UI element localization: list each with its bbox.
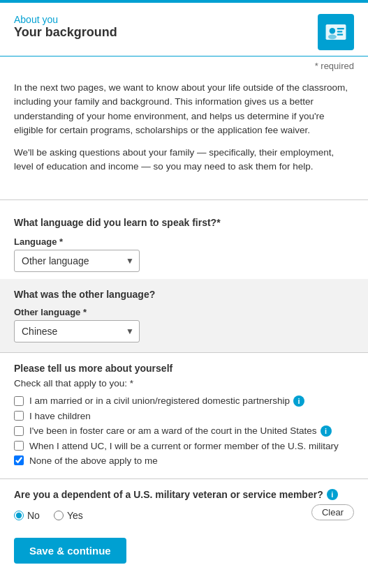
about-you-label: About you [14,14,117,25]
checkbox-children[interactable]: I have children [14,411,354,421]
clear-button[interactable]: Clear [311,504,354,520]
military-section: Are you a dependent of a U.S. military v… [0,478,368,528]
page-title: Your background [14,25,117,40]
about-yourself-subtitle: Check all that apply to you: * [14,378,354,389]
language-select-wrapper[interactable]: Other language English Spanish Chinese T… [14,250,140,272]
married-info-icon[interactable]: i [293,395,304,407]
checkbox-foster-label: I've been in foster care or am a ward of… [29,425,317,436]
other-language-select[interactable]: Chinese Spanish Arabic French German Jap… [14,320,140,342]
svg-point-5 [328,34,337,39]
other-language-question: What was the other language? [14,289,354,300]
header-text: About you Your background [14,14,117,40]
military-radio-group: No Yes [14,510,83,521]
about-yourself-section: Please tell us more about yourself Check… [0,352,368,478]
divider-1 [0,199,368,200]
language-field-label: Language * [14,236,354,247]
military-info-icon[interactable]: i [327,489,338,500]
foster-info-icon[interactable]: i [321,425,332,437]
checkbox-military-member-input[interactable] [14,441,24,451]
checkbox-military-member[interactable]: When I attend UC, I will be a current or… [14,441,354,451]
header-icon [318,14,354,50]
header: About you Your background [0,3,368,56]
checkbox-children-input[interactable] [14,411,24,421]
radio-yes-input[interactable] [54,511,64,520]
language-section: What language did you learn to speak fir… [0,210,368,279]
other-language-section: What was the other language? Other langu… [0,279,368,352]
checkbox-none-input[interactable] [14,455,24,465]
svg-point-1 [330,28,336,34]
checkbox-married[interactable]: I am married or in a civil union/registe… [14,395,354,407]
about-yourself-title: Please tell us more about yourself [14,363,354,374]
intro-paragraph-2: We'll be asking questions about your fam… [14,146,354,174]
svg-rect-3 [337,31,343,32]
checkbox-married-label: I am married or in a civil union/registe… [29,395,290,406]
military-question: Are you a dependent of a U.S. military v… [14,489,354,500]
checkbox-foster-input[interactable] [14,426,24,436]
language-select[interactable]: Other language English Spanish Chinese T… [14,250,140,272]
language-question: What language did you learn to speak fir… [14,217,354,228]
radio-no-input[interactable] [14,511,24,520]
required-note: * required [0,56,368,74]
checkbox-none[interactable]: None of the above apply to me [14,455,354,466]
person-card-icon [324,20,348,44]
radio-no[interactable]: No [14,510,40,521]
svg-rect-2 [337,28,344,29]
checkbox-military-member-label: When I attend UC, I will be a current or… [29,441,339,451]
checkbox-married-input[interactable] [14,396,24,406]
military-question-text: Are you a dependent of a U.S. military v… [14,489,323,500]
checkbox-none-label: None of the above apply to me [29,455,158,466]
radio-yes-label: Yes [67,510,83,521]
military-answer-row: No Yes Clear [14,504,354,521]
other-language-select-wrapper[interactable]: Chinese Spanish Arabic French German Jap… [14,320,140,342]
radio-no-label: No [27,510,40,521]
checkbox-foster[interactable]: I've been in foster care or am a ward of… [14,425,354,437]
checkbox-children-label: I have children [29,411,91,421]
save-continue-button[interactable]: Save & continue [14,538,126,564]
other-language-field-label: Other language * [14,307,354,317]
intro-section: In the next two pages, we want to know a… [0,74,368,190]
svg-rect-4 [337,34,344,36]
radio-yes[interactable]: Yes [54,510,83,521]
intro-paragraph-1: In the next two pages, we want to know a… [14,81,354,137]
checkbox-group: I am married or in a civil union/registe… [14,395,354,466]
